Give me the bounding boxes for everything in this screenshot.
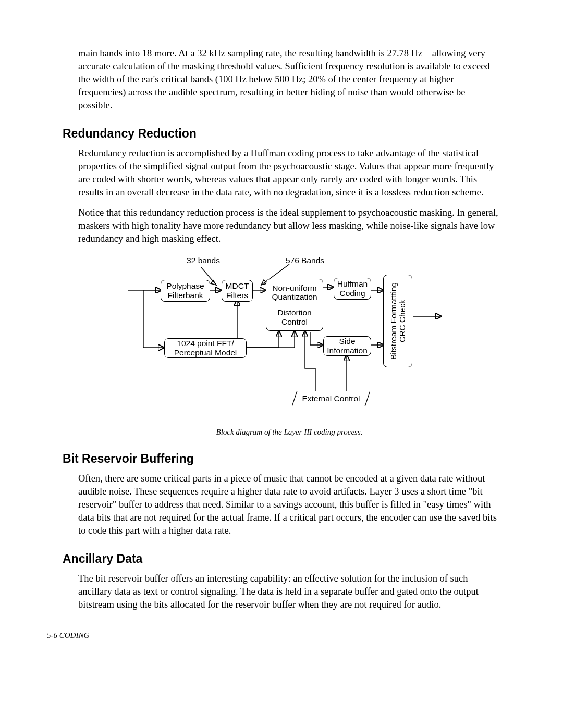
node-external-control: External Control [292, 393, 370, 404]
rr-paragraph-1: Redundancy reduction is accomplished by … [78, 147, 500, 199]
node-fft-perceptual-model: 1024 point FFT/ Perceptual Model [164, 338, 247, 358]
diagram-caption: Block diagram of the Layer III coding pr… [78, 427, 500, 437]
node-mdct-filters: MDCT Filters [222, 280, 253, 302]
heading-ancillary-data: Ancillary Data [63, 551, 500, 567]
node-distortion-text: Distortion Control [270, 308, 320, 327]
node-quantization-text: Non-uniform Quantization [270, 283, 320, 302]
page-footer: 5-6 CODING [47, 630, 500, 640]
node-huffman-coding: Huffman Coding [334, 278, 371, 300]
anc-paragraph: The bit reservoir buffer offers an inter… [78, 572, 500, 611]
node-quantization-distortion: Non-uniform Quantization Distortion Cont… [266, 279, 323, 331]
block-diagram: 32 bands 576 Bands Polyphase Filterbank … [78, 259, 500, 421]
node-bitstream-formatting: Bitstream Formattting CRC Check [383, 275, 412, 367]
node-polyphase-filterbank: Polyphase Filterbank [161, 280, 210, 302]
node-side-information: Side Information [323, 336, 371, 356]
heading-redundancy-reduction: Redundancy Reduction [63, 126, 500, 142]
label-576-bands: 576 Bands [279, 256, 331, 265]
brb-paragraph: Often, there are some critical parts in … [78, 472, 500, 537]
label-32-bands: 32 bands [180, 256, 227, 265]
rr-paragraph-2: Notice that this redundancy reduction pr… [78, 206, 500, 245]
heading-bit-reservoir-buffering: Bit Reservoir Buffering [63, 451, 500, 467]
intro-paragraph: main bands into 18 more. At a 32 kHz sam… [78, 47, 500, 112]
